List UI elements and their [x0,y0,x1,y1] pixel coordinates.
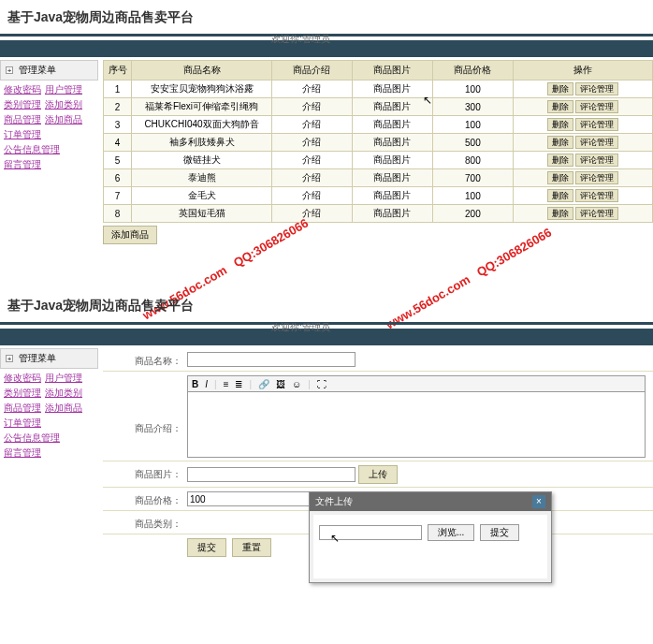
cell: 微链挂犬 [132,152,272,169]
sidebar-link[interactable]: 类别管理 [4,387,41,400]
sidebar-link[interactable]: 修改密码 [4,372,41,385]
cell-actions: 删除评论管理 [513,80,652,98]
cell: 介绍 [272,116,353,134]
add-product-link[interactable]: 添加商品 [103,226,157,244]
editor-toolbar: B I | ≡ ≣ | 🔗 🖼 ☺ | ⛶ [187,375,646,392]
cell-actions: 删除评论管理 [513,134,652,152]
sidebar-title-text: 管理菜单 [19,65,56,75]
cell: 商品图片 [352,205,432,223]
expand-icon[interactable]: + [6,66,13,74]
cell: 800 [432,152,513,169]
col-header: 商品名称 [132,61,272,80]
delete-button[interactable]: 删除 [547,207,573,220]
file-input[interactable] [319,525,422,540]
cell: 7 [104,187,132,205]
sidebar-link[interactable]: 添加商品 [45,402,82,415]
modal-submit-button[interactable]: 提交 [480,524,519,541]
sidebar-title[interactable]: + 管理菜单 [0,348,98,369]
sidebar-link[interactable]: 公告信息管理 [4,432,60,445]
sidebar-link[interactable]: 用户管理 [45,372,82,385]
editor-textarea[interactable] [187,392,646,458]
close-icon[interactable]: × [532,495,545,508]
sidebar-title[interactable]: + 管理菜单 [0,60,98,80]
table-row: 6泰迪熊介绍商品图片700删除评论管理 [104,169,653,187]
sidebar-link[interactable]: 公告信息管理 [4,143,60,156]
cell: 1 [104,80,132,98]
browse-button[interactable]: 浏览... [428,524,474,541]
delete-button[interactable]: 删除 [547,82,573,95]
sidebar-link[interactable]: 添加类别 [45,98,82,111]
sidebar: + 管理菜单 修改密码用户管理类别管理添加类别商品管理添加商品订单管理公告信息管… [0,348,98,564]
page-title: 基于Java宠物周边商品售卖平台 [0,288,653,320]
comment-mgmt-button[interactable]: 评论管理 [575,171,618,184]
sidebar-links: 修改密码用户管理类别管理添加类别商品管理添加商品订单管理公告信息管理留言管理 [0,80,98,174]
cell: 商品图片 [352,116,432,134]
emoji-icon[interactable]: ☺ [290,379,303,389]
page-title: 基于Java宠物周边商品售卖平台 [0,0,653,32]
intro-label: 商品介绍： [103,375,187,435]
sidebar-link[interactable]: 添加商品 [45,113,82,126]
comment-mgmt-button[interactable]: 评论管理 [575,100,618,113]
sidebar-link[interactable]: 修改密码 [4,83,41,96]
sidebar-link[interactable]: 添加类别 [45,387,82,400]
cell: 福莱希Flexi可伸缩牵引绳狗 [132,98,272,116]
expand-icon[interactable]: + [6,355,13,362]
cell: 介绍 [272,134,353,152]
cell: 200 [432,205,513,223]
fullscreen-icon[interactable]: ⛶ [315,379,328,389]
sidebar-link[interactable]: 订单管理 [4,128,41,141]
delete-button[interactable]: 删除 [547,118,573,131]
cell: 商品图片 [352,152,432,169]
cell: 8 [104,205,132,223]
sidebar-link[interactable]: 留言管理 [4,158,41,171]
sidebar-link[interactable]: 订单管理 [4,417,41,430]
pic-input[interactable] [187,467,356,482]
sidebar-link[interactable]: 类别管理 [4,98,41,111]
sidebar-link[interactable]: 商品管理 [4,113,41,126]
submit-button[interactable]: 提交 [187,538,226,557]
sidebar-link[interactable]: 用户管理 [45,83,82,96]
cell: 介绍 [272,152,353,169]
comment-mgmt-button[interactable]: 评论管理 [575,136,618,149]
main-content: 序号商品名称商品介绍商品图片商品价格操作 1安安宝贝宠物狗狗沐浴露介绍商品图片1… [98,60,653,244]
cell: 500 [432,134,513,152]
sidebar: + 管理菜单 修改密码用户管理类别管理添加类别商品管理添加商品订单管理公告信息管… [0,60,98,244]
delete-button[interactable]: 删除 [547,136,573,149]
italic-icon[interactable]: I [203,379,210,389]
comment-mgmt-button[interactable]: 评论管理 [575,154,618,167]
cell: 商品图片 [352,134,432,152]
col-header: 商品介绍 [272,61,353,80]
modal-body: 浏览... 提交 [313,515,547,578]
list-ol-icon[interactable]: ≡ [222,379,231,389]
comment-mgmt-button[interactable]: 评论管理 [575,207,618,220]
delete-button[interactable]: 删除 [547,189,573,202]
cell: 700 [432,169,513,187]
image-icon[interactable]: 🖼 [274,379,287,389]
delete-button[interactable]: 删除 [547,154,573,167]
cell-actions: 删除评论管理 [513,116,652,134]
col-header: 操作 [513,61,652,80]
comment-mgmt-button[interactable]: 评论管理 [575,118,618,131]
comment-mgmt-button[interactable]: 评论管理 [575,189,618,202]
modal-titlebar[interactable]: 文件上传 × [310,492,551,511]
bold-icon[interactable]: B [190,379,200,389]
table-row: 7金毛犬介绍商品图片100删除评论管理 [104,187,653,205]
link-icon[interactable]: 🔗 [256,379,271,389]
cell: 介绍 [272,205,353,223]
col-header: 商品图片 [352,61,432,80]
cell-actions: 删除评论管理 [513,152,652,169]
delete-button[interactable]: 删除 [547,171,573,184]
sidebar-link[interactable]: 商品管理 [4,402,41,415]
cell: 介绍 [272,98,353,116]
cell: 5 [104,152,132,169]
name-input[interactable] [187,352,356,367]
sidebar-link[interactable]: 留言管理 [4,446,41,460]
table-row: 4袖多利肢矮鼻犬介绍商品图片500删除评论管理 [104,134,653,152]
comment-mgmt-button[interactable]: 评论管理 [575,82,618,95]
cell: 3 [104,116,132,134]
delete-button[interactable]: 删除 [547,100,573,113]
upload-button[interactable]: 上传 [358,465,398,484]
list-ul-icon[interactable]: ≣ [233,379,244,389]
cell: 袖多利肢矮鼻犬 [132,134,272,152]
reset-button[interactable]: 重置 [232,538,271,557]
